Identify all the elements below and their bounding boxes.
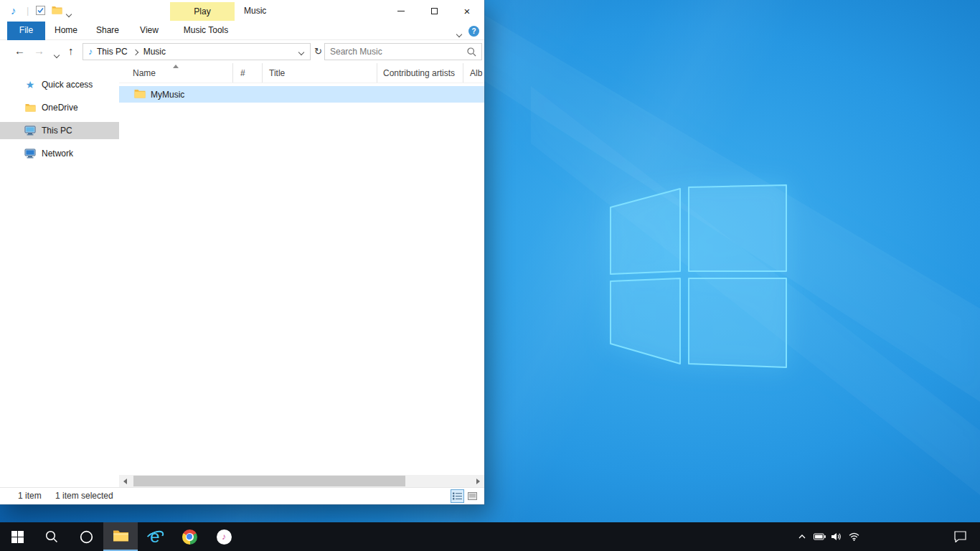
action-center-icon bbox=[954, 531, 966, 542]
chevron-up-icon bbox=[798, 534, 806, 540]
large-icons-view-icon bbox=[468, 492, 477, 500]
file-name: MyMusic bbox=[151, 90, 184, 100]
file-explorer-taskbar-button[interactable] bbox=[103, 522, 138, 551]
scroll-left-button[interactable] bbox=[119, 475, 131, 487]
column-header-name[interactable]: Name bbox=[119, 63, 233, 83]
help-icon[interactable]: ? bbox=[468, 26, 479, 37]
itunes-icon: ♪ bbox=[217, 529, 232, 545]
scroll-left-icon bbox=[123, 479, 127, 484]
taskbar: e ♪ bbox=[0, 522, 980, 551]
recent-locations-icon[interactable] bbox=[55, 50, 59, 60]
details-view-button[interactable] bbox=[451, 489, 464, 503]
qat-dropdown-icon[interactable] bbox=[67, 9, 71, 19]
show-hidden-icons-button[interactable] bbox=[793, 522, 811, 551]
refresh-button[interactable]: ↻ bbox=[313, 43, 324, 60]
column-header-number[interactable]: # bbox=[233, 63, 263, 83]
battery-tray-button[interactable] bbox=[811, 522, 828, 551]
new-folder-icon[interactable] bbox=[52, 6, 62, 17]
column-header-contributing-artists[interactable]: Contributing artists bbox=[377, 63, 463, 83]
network-tray-button[interactable] bbox=[845, 522, 862, 551]
column-label: Alb bbox=[470, 68, 482, 78]
file-explorer-icon bbox=[113, 529, 129, 542]
internet-explorer-taskbar-button[interactable]: e bbox=[138, 522, 172, 551]
scroll-right-icon bbox=[476, 479, 480, 484]
file-row-mymusic[interactable]: MyMusic bbox=[119, 86, 484, 103]
scrollbar-thumb[interactable] bbox=[133, 476, 405, 486]
address-row: ← → ↑ ♪ This PC Music ↻ bbox=[0, 40, 484, 63]
wifi-icon bbox=[849, 532, 859, 541]
details-view-icon bbox=[453, 492, 462, 500]
title-bar: ♪ | Play Music × bbox=[0, 0, 484, 22]
close-icon: × bbox=[464, 6, 471, 17]
column-header-title[interactable]: Title bbox=[263, 63, 377, 83]
search-input[interactable] bbox=[325, 44, 467, 59]
sidebar-item-this-pc[interactable]: This PC bbox=[0, 122, 119, 139]
view-toggle-buttons bbox=[449, 489, 479, 503]
navigation-pane: ★ Quick access OneDrive This PC Network bbox=[0, 63, 119, 475]
selection-count: 1 item selected bbox=[55, 488, 113, 504]
forward-button[interactable]: → bbox=[34, 44, 44, 57]
tab-home[interactable]: Home bbox=[45, 22, 87, 40]
sort-ascending-icon bbox=[173, 65, 179, 68]
start-button[interactable] bbox=[0, 522, 34, 551]
column-label: Contributing artists bbox=[383, 68, 455, 78]
folder-icon bbox=[134, 89, 146, 100]
chrome-taskbar-button[interactable] bbox=[172, 522, 207, 551]
taskbar-search-button[interactable] bbox=[34, 522, 69, 551]
windows-start-icon bbox=[11, 531, 24, 543]
maximize-icon bbox=[431, 8, 438, 14]
address-bar[interactable]: ♪ This PC Music bbox=[83, 43, 311, 60]
search-box bbox=[324, 43, 482, 60]
window-controls: × bbox=[385, 0, 484, 22]
music-app-icon: ♪ bbox=[11, 4, 17, 17]
address-dropdown-icon[interactable] bbox=[299, 47, 310, 57]
column-label: Name bbox=[133, 68, 156, 78]
scroll-right-button[interactable] bbox=[472, 475, 484, 487]
onedrive-icon bbox=[24, 102, 36, 113]
close-button[interactable]: × bbox=[451, 0, 484, 22]
battery-icon bbox=[814, 533, 826, 540]
items-count: 1 item bbox=[18, 488, 42, 504]
chrome-icon bbox=[182, 529, 197, 545]
contextual-tab-group[interactable]: Play bbox=[170, 2, 235, 21]
tab-share[interactable]: Share bbox=[87, 22, 128, 40]
quick-access-star-icon: ★ bbox=[24, 79, 36, 90]
sidebar-item-label: OneDrive bbox=[42, 103, 78, 113]
back-button[interactable]: ← bbox=[14, 44, 25, 57]
internet-explorer-icon: e bbox=[145, 527, 165, 547]
column-label: Title bbox=[269, 68, 285, 78]
column-header-album[interactable]: Alb bbox=[463, 63, 484, 83]
breadcrumb-chevron-icon[interactable] bbox=[133, 47, 138, 57]
breadcrumb-music[interactable]: Music bbox=[143, 47, 166, 57]
sidebar-item-network[interactable]: Network bbox=[0, 145, 119, 162]
itunes-taskbar-button[interactable]: ♪ bbox=[207, 522, 241, 551]
horizontal-scrollbar[interactable] bbox=[119, 475, 484, 487]
sidebar-item-label: This PC bbox=[42, 126, 72, 136]
up-button[interactable]: ↑ bbox=[68, 44, 74, 57]
action-center-button[interactable] bbox=[944, 522, 976, 551]
tab-view[interactable]: View bbox=[128, 22, 170, 40]
expand-ribbon-icon[interactable] bbox=[457, 29, 461, 39]
properties-icon[interactable] bbox=[36, 6, 45, 17]
tab-music-tools[interactable]: Music Tools bbox=[174, 22, 238, 40]
cortana-icon bbox=[80, 530, 93, 544]
maximize-button[interactable] bbox=[418, 0, 451, 22]
search-icon[interactable] bbox=[467, 47, 476, 57]
tab-file[interactable]: File bbox=[7, 22, 45, 40]
breadcrumb-this-pc[interactable]: This PC bbox=[97, 47, 128, 57]
computer-icon bbox=[24, 125, 36, 136]
minimize-button[interactable] bbox=[385, 0, 418, 22]
speaker-icon bbox=[831, 532, 842, 541]
column-label: # bbox=[240, 68, 245, 78]
address-music-icon: ♪ bbox=[88, 47, 93, 57]
cortana-button[interactable] bbox=[69, 522, 103, 551]
sidebar-item-quick-access[interactable]: ★ Quick access bbox=[0, 76, 119, 93]
sidebar-item-onedrive[interactable]: OneDrive bbox=[0, 99, 119, 116]
large-icons-view-button[interactable] bbox=[466, 489, 479, 503]
status-bar: 1 item 1 item selected bbox=[0, 487, 484, 504]
sidebar-item-label: Network bbox=[42, 149, 73, 159]
volume-tray-button[interactable] bbox=[828, 522, 845, 551]
taskbar-clock-area bbox=[862, 522, 944, 551]
column-headers: Name # Title Contributing artists Alb bbox=[119, 63, 484, 83]
file-explorer-window: ♪ | Play Music × File Home Share View Mu… bbox=[0, 0, 484, 504]
